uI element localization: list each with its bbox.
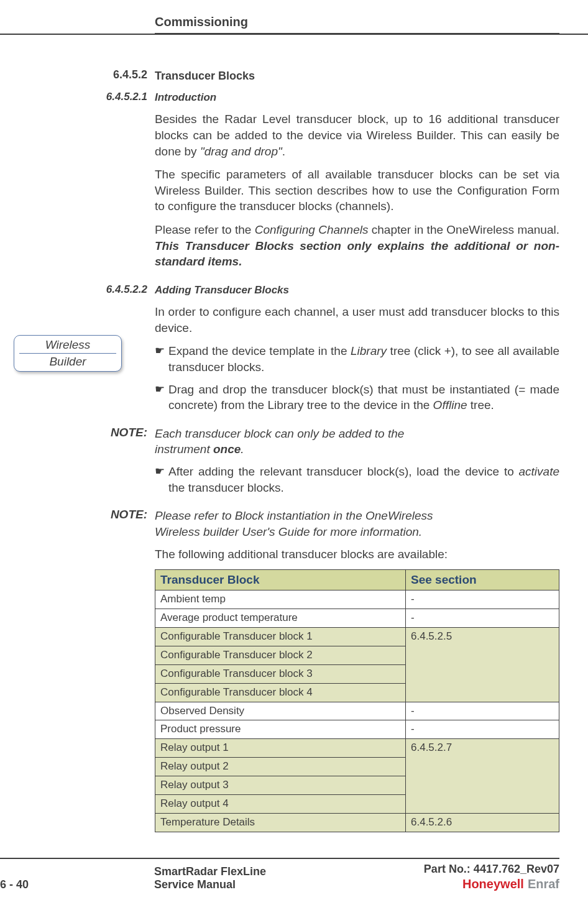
table-cell: Relay output 2 bbox=[155, 758, 406, 776]
table-cell: - bbox=[406, 720, 559, 739]
note-body: Please refer to Block instantiation in t… bbox=[155, 508, 434, 540]
text-bold-italic: This Transducer Blocks section only expl… bbox=[155, 239, 559, 269]
table-row: Ambient temp- bbox=[155, 590, 559, 609]
section-title: Transducer Blocks bbox=[155, 68, 559, 83]
text: The specific parameters of all available… bbox=[155, 167, 559, 214]
table-cell: Ambient temp bbox=[155, 590, 406, 609]
footer-right: Part No.: 4417.762_Rev07 HoneywellEnraf bbox=[424, 863, 559, 891]
text-italic: . bbox=[241, 443, 244, 456]
table-cell: Relay output 3 bbox=[155, 776, 406, 795]
section-number: 6.4.5.2 bbox=[0, 68, 155, 83]
text-bold-italic: once bbox=[213, 443, 241, 456]
page-header: Commissioning bbox=[155, 15, 559, 34]
table-cell: 6.4.5.2.6 bbox=[406, 814, 559, 832]
section-title: Adding Transducer Blocks bbox=[155, 283, 559, 298]
callout-wireless-builder: Wireless Builder bbox=[14, 335, 122, 372]
table-row: Temperature Details6.4.5.2.6 bbox=[155, 814, 559, 832]
page-footer: 6 - 40 SmartRadar FlexLine Service Manua… bbox=[0, 858, 559, 891]
table-cell: Observed Density bbox=[155, 702, 406, 720]
brand-honeywell: Honeywell bbox=[462, 877, 524, 891]
table-header: Transducer Block bbox=[155, 570, 406, 590]
text: The following additional transducer bloc… bbox=[155, 546, 559, 563]
table-row: Average product temperature- bbox=[155, 609, 559, 627]
callout-line2: Builder bbox=[19, 355, 116, 369]
table-cell: Product pressure bbox=[155, 720, 406, 739]
text-italic: "drag and drop" bbox=[200, 145, 282, 158]
table-cell: 6.4.5.2.7 bbox=[406, 739, 559, 814]
brand-logo: HoneywellEnraf bbox=[424, 877, 559, 891]
section-number: 6.4.5.2.2 bbox=[0, 283, 155, 298]
table-cell: Configurable Transducer block 3 bbox=[155, 664, 406, 683]
pointer-icon: ☛ bbox=[155, 343, 168, 375]
gutter bbox=[0, 464, 155, 502]
table-row: Observed Density- bbox=[155, 702, 559, 720]
section-number: 6.4.5.2.1 bbox=[0, 91, 155, 105]
note-label: NOTE: bbox=[0, 426, 155, 457]
table-row: Configurable Transducer block 16.4.5.2.5 bbox=[155, 627, 559, 646]
footer-doc-title: SmartRadar FlexLine bbox=[154, 865, 424, 878]
table-cell: Configurable Transducer block 4 bbox=[155, 683, 406, 702]
table-cell: Relay output 1 bbox=[155, 739, 406, 758]
content-area: 6.4.5.2 Transducer Blocks 6.4.5.2.1 Intr… bbox=[0, 68, 559, 838]
text: the transducer blocks. bbox=[168, 481, 284, 494]
section-title: Introduction bbox=[155, 91, 559, 105]
table-row: Relay output 16.4.5.2.7 bbox=[155, 739, 559, 758]
table-row: Product pressure- bbox=[155, 720, 559, 739]
bullet-item: ☛ Expand the device template in the Libr… bbox=[155, 343, 559, 375]
callout-divider bbox=[19, 353, 116, 354]
note-body: Each transducer block can only be added … bbox=[155, 426, 422, 457]
text: chapter in the OneWireless manual. bbox=[368, 223, 559, 236]
table-cell: Relay output 4 bbox=[155, 795, 406, 814]
footer-doc-subtitle: Service Manual bbox=[154, 878, 424, 891]
part-number: Part No.: 4417.762_Rev07 bbox=[424, 863, 559, 876]
text-italic: activate bbox=[519, 465, 559, 478]
text: In order to configure each channel, a us… bbox=[155, 304, 559, 336]
callout-line1: Wireless bbox=[19, 338, 116, 352]
text: Please refer to the bbox=[155, 223, 255, 236]
table-cell: Average product temperature bbox=[155, 609, 406, 627]
paragraph: The following additional transducer bloc… bbox=[155, 546, 559, 832]
text: After adding the relevant transducer blo… bbox=[168, 465, 519, 478]
text-italic: Library bbox=[351, 344, 387, 357]
gutter bbox=[0, 546, 155, 832]
table-cell: - bbox=[406, 590, 559, 609]
paragraph: In order to configure each channel, a us… bbox=[155, 304, 559, 420]
table-cell: - bbox=[406, 609, 559, 627]
text-italic: Offline bbox=[433, 398, 467, 411]
text: . bbox=[282, 145, 285, 158]
table-cell: Configurable Transducer block 2 bbox=[155, 646, 406, 664]
text: Expand the device template in the bbox=[168, 344, 351, 357]
text: tree. bbox=[467, 398, 494, 411]
table-header-row: Transducer Block See section bbox=[155, 570, 559, 590]
pointer-icon: ☛ bbox=[155, 464, 168, 495]
table-header: See section bbox=[406, 570, 559, 590]
note-label: NOTE: bbox=[0, 508, 155, 540]
page-number: 6 - 40 bbox=[0, 865, 67, 891]
header-rule bbox=[0, 34, 588, 35]
gutter bbox=[0, 111, 155, 277]
bullet-item: ☛ Drag and drop the transducer block(s) … bbox=[155, 382, 559, 413]
text: Drag and drop the transducer block(s) th… bbox=[168, 383, 559, 412]
brand-enraf: Enraf bbox=[528, 877, 559, 891]
table-cell: - bbox=[406, 702, 559, 720]
transducer-table: Transducer Block See section Ambient tem… bbox=[155, 569, 559, 832]
bullet-item: ☛ After adding the relevant transducer b… bbox=[155, 464, 559, 495]
table-cell: Temperature Details bbox=[155, 814, 406, 832]
paragraph: ☛ After adding the relevant transducer b… bbox=[155, 464, 559, 502]
table-cell: 6.4.5.2.5 bbox=[406, 627, 559, 702]
header-title: Commissioning bbox=[155, 15, 248, 29]
table-cell: Configurable Transducer block 1 bbox=[155, 627, 406, 646]
paragraph: Besides the Radar Level transducer block… bbox=[155, 111, 559, 277]
text-italic: Each transducer block can only be added … bbox=[155, 427, 404, 456]
pointer-icon: ☛ bbox=[155, 382, 168, 413]
text-italic: Configuring Channels bbox=[255, 223, 369, 236]
footer-center: SmartRadar FlexLine Service Manual bbox=[67, 865, 424, 891]
